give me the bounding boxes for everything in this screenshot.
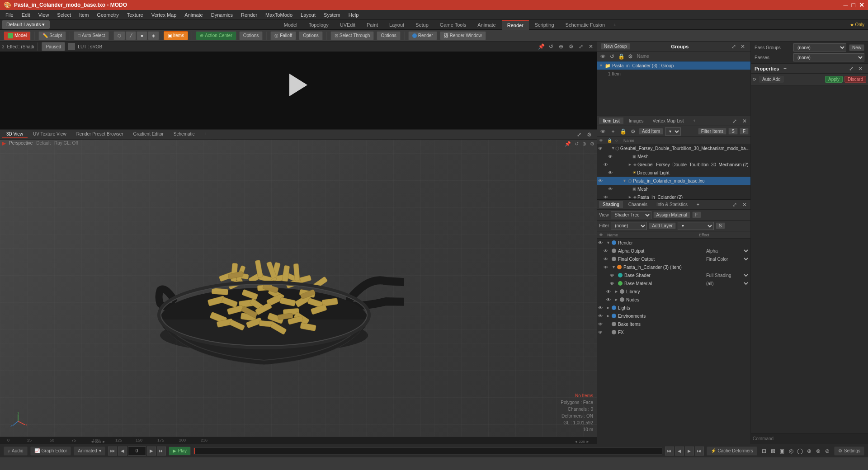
render-refresh-icon[interactable]: ↺ bbox=[547, 42, 555, 51]
playback-icon-4[interactable]: ◎ bbox=[787, 447, 795, 455]
menu-vertex-map[interactable]: Vertex Map bbox=[148, 11, 180, 19]
render-window-btn[interactable]: 🖼 Render Window bbox=[440, 31, 486, 40]
items-expand-icon[interactable]: ⤢ bbox=[731, 117, 739, 125]
finalcolor-effect-select[interactable]: Final Color bbox=[704, 256, 750, 262]
properties-close-icon[interactable]: ✕ bbox=[856, 65, 864, 73]
default-layout-dropdown[interactable]: Default Layouts ▾ bbox=[2, 20, 50, 29]
menu-edit[interactable]: Edit bbox=[18, 11, 34, 19]
shader-row-render[interactable]: 👁 ▼ Render bbox=[597, 239, 750, 247]
vp-expand-icon[interactable]: ⤢ bbox=[575, 131, 583, 139]
menu-view[interactable]: View bbox=[35, 11, 53, 19]
add-layer-type-select[interactable]: ▾ bbox=[678, 222, 714, 230]
playback-icon-7[interactable]: ⊗ bbox=[814, 447, 822, 455]
item-eye-1[interactable]: 👁 bbox=[598, 146, 603, 151]
render-zoom-icon[interactable]: ⊕ bbox=[557, 42, 565, 51]
transport-end-btn[interactable]: ⏭ bbox=[157, 446, 166, 456]
app-tab-animate[interactable]: Animate bbox=[472, 20, 501, 30]
viewport-3d-content[interactable]: ▶ Perspective Default Ray GL: Off 📌 ↺ ⊕ … bbox=[0, 140, 597, 437]
shader-eye-environments[interactable]: 👁 bbox=[598, 314, 606, 319]
shader-eye-fx[interactable]: 👁 bbox=[598, 330, 606, 335]
menu-item[interactable]: Item bbox=[75, 11, 92, 19]
maximize-btn[interactable]: □ bbox=[852, 1, 855, 9]
app-tab-scripting[interactable]: Scripting bbox=[529, 20, 560, 30]
cache-deformers-btn[interactable]: ⚡ Cache Deformers bbox=[707, 446, 757, 456]
filter-items-btn[interactable]: Filter Items bbox=[698, 128, 726, 135]
item-row-pasta-group[interactable]: 👁 ► ◈ Pasta_in_Colander (2) bbox=[597, 193, 750, 199]
vp-reset-icon[interactable]: ↺ bbox=[573, 141, 580, 147]
alpha-effect-select[interactable]: Alpha bbox=[704, 248, 750, 254]
transport-start-btn[interactable]: ⏮ bbox=[108, 446, 117, 456]
action-center-btn[interactable]: ⊕ Action Center bbox=[196, 31, 236, 40]
vp-pin-icon[interactable]: 📌 bbox=[563, 141, 572, 147]
shader-expand-icon[interactable]: ⤢ bbox=[731, 201, 739, 209]
item-eye-light1[interactable]: 👁 bbox=[608, 170, 616, 175]
items-f-btn[interactable]: F bbox=[740, 128, 749, 135]
transport-prev-btn[interactable]: ◀ bbox=[118, 446, 127, 456]
item-eye-pasta[interactable]: 👁 bbox=[598, 179, 606, 183]
tab-gradient-editor[interactable]: Gradient Editor bbox=[129, 131, 168, 138]
shader-row-library[interactable]: 👁 ► Library bbox=[597, 287, 750, 296]
menu-file[interactable]: File bbox=[2, 11, 17, 19]
properties-add-icon[interactable]: + bbox=[781, 65, 789, 73]
items-s-btn[interactable]: S bbox=[728, 128, 738, 135]
menu-select[interactable]: Select bbox=[53, 11, 75, 19]
items-btn[interactable]: ▣ Items bbox=[164, 31, 188, 40]
menu-render[interactable]: Render bbox=[237, 11, 261, 19]
shader-eye-nodes[interactable]: 👁 bbox=[606, 297, 614, 302]
options-btn-2[interactable]: Options bbox=[299, 31, 322, 40]
timeline-track[interactable] bbox=[193, 447, 662, 455]
groups-expand-icon[interactable]: ⤢ bbox=[730, 42, 738, 51]
playback-icon-6[interactable]: ⊕ bbox=[805, 447, 813, 455]
item-row-pasta-root[interactable]: 👁 ▼ ⬡ Pasta_in_Colander_modo_base.lxo bbox=[597, 177, 750, 185]
tab-images[interactable]: Images bbox=[625, 118, 647, 124]
menu-help[interactable]: Help bbox=[345, 11, 363, 19]
item-row-pasta-mesh[interactable]: 👁 ▣ Mesh bbox=[597, 185, 750, 193]
shader-row-finalcolor[interactable]: 👁 Final Color Output Final Color bbox=[597, 255, 750, 263]
edges-btn[interactable]: ╱ bbox=[126, 31, 136, 40]
vp-settings-icon[interactable]: ⚙ bbox=[585, 131, 593, 139]
add-layer-btn[interactable]: Add Layer bbox=[649, 222, 676, 229]
only-btn[interactable]: ★ Only bbox=[848, 22, 866, 27]
groups-refresh-icon[interactable]: ↺ bbox=[608, 52, 616, 61]
shader-eye-library[interactable]: 👁 bbox=[606, 289, 614, 294]
item-eye-mech[interactable]: 👁 bbox=[604, 162, 612, 167]
shader-s-btn[interactable]: S bbox=[716, 222, 725, 229]
menu-dynamics[interactable]: Dynamics bbox=[208, 11, 236, 19]
app-tab-layout[interactable]: Layout bbox=[384, 20, 410, 30]
base-material-effect-select[interactable]: (all) bbox=[704, 281, 750, 287]
play-btn[interactable]: ▶ Play bbox=[169, 446, 191, 456]
item-eye-mesh1[interactable]: 👁 bbox=[608, 154, 616, 159]
tab-channels[interactable]: Channels bbox=[625, 201, 651, 208]
menu-texture[interactable]: Texture bbox=[123, 11, 147, 19]
shader-row-alpha[interactable]: 👁 Alpha Output Alpha bbox=[597, 247, 750, 255]
app-tab-uvedit[interactable]: UVEdit bbox=[335, 20, 361, 30]
falloff-btn[interactable]: ◎ Falloff bbox=[270, 31, 296, 40]
tab-item-list[interactable]: Item List bbox=[599, 118, 623, 124]
vp-zoom-fit-icon[interactable]: ⊕ bbox=[581, 141, 588, 147]
tab-add[interactable]: + bbox=[200, 131, 212, 138]
shader-row-environments[interactable]: 👁 ► Environments bbox=[597, 312, 750, 320]
materials-btn[interactable]: ◈ bbox=[148, 31, 159, 40]
item-row-greubel-root[interactable]: 👁 ▼ ⬡ Greubel_Forsey_Double_Tourbillon_3… bbox=[597, 144, 750, 152]
polys-btn[interactable]: ■ bbox=[137, 31, 147, 40]
item-row-greubel-mech[interactable]: 👁 ► ◈ Greubel_Forsey_Double_Tourbillon_3… bbox=[597, 160, 750, 169]
render-play-button[interactable] bbox=[289, 74, 307, 96]
shader-row-lights[interactable]: 👁 ► Lights bbox=[597, 304, 750, 312]
items-eye-icon[interactable]: 👁 bbox=[599, 127, 607, 136]
items-lock-icon[interactable]: 🔒 bbox=[619, 127, 627, 136]
command-input[interactable] bbox=[774, 436, 866, 441]
close-btn[interactable]: ✕ bbox=[859, 1, 864, 9]
playback-icon-8[interactable]: ⊘ bbox=[823, 447, 831, 455]
discard-btn[interactable]: Discard bbox=[844, 76, 866, 83]
shader-eye-finalcolor[interactable]: 👁 bbox=[604, 257, 612, 262]
new-group-btn[interactable]: New Group bbox=[601, 43, 630, 50]
base-shader-effect-select[interactable]: Full Shading bbox=[704, 273, 750, 278]
playback-icon-1[interactable]: ⊡ bbox=[760, 447, 768, 455]
audio-btn[interactable]: ♪ Audio bbox=[4, 446, 28, 456]
shader-eye-base-material[interactable]: 👁 bbox=[610, 281, 618, 286]
item-eye-pasta-mesh[interactable]: 👁 bbox=[608, 187, 616, 192]
shader-row-bake-items[interactable]: 👁 Bake Items bbox=[597, 320, 750, 328]
app-tab-topology[interactable]: Topology bbox=[303, 20, 334, 30]
passes-select[interactable]: (none) bbox=[793, 53, 864, 61]
options-btn-1[interactable]: Options bbox=[239, 31, 263, 40]
